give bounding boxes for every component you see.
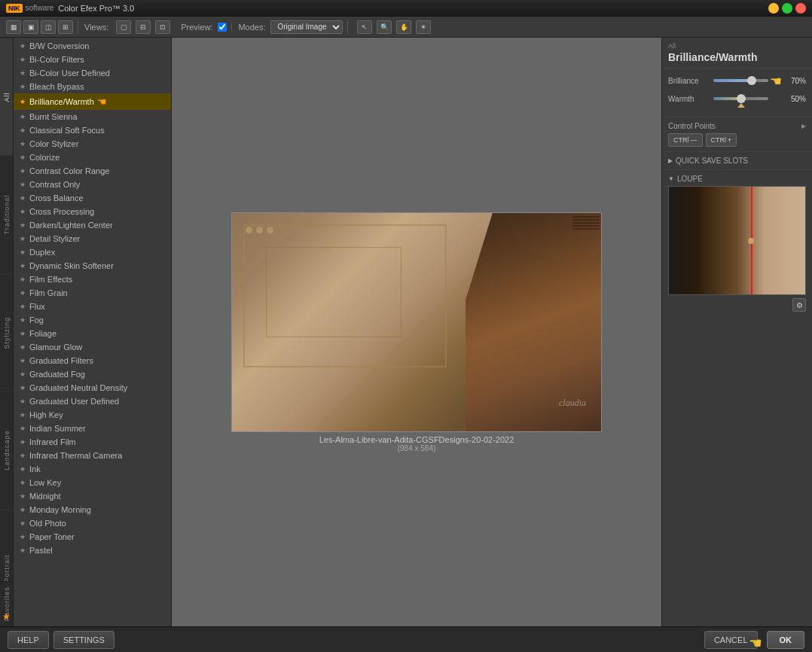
filter-item[interactable]: ★ Pastel: [14, 544, 171, 557]
modes-group: Modes: Original Image: [238, 20, 348, 34]
filter-item[interactable]: ★ Cross Balance: [14, 191, 171, 205]
filter-item[interactable]: ★ Paper Toner: [14, 530, 171, 544]
filter-item[interactable]: ★ Burnt Sienna: [14, 110, 171, 123]
control-points-label: Control Points: [668, 122, 716, 130]
vtab-landscape[interactable]: Landscape: [0, 391, 13, 508]
star-icon: ★: [20, 547, 26, 554]
filter-item[interactable]: ★ Graduated Fog: [14, 367, 171, 381]
all-label: All: [668, 42, 806, 50]
star-icon: ★: [20, 262, 26, 270]
filter-item[interactable]: ★ Graduated Filters: [14, 354, 171, 367]
filter-item[interactable]: ★ Cross Processing: [14, 205, 171, 218]
filter-item[interactable]: ★ Colorize: [14, 151, 171, 164]
warmth-thumb[interactable]: [737, 94, 746, 103]
minimize-button[interactable]: [768, 3, 779, 14]
ok-button[interactable]: OK: [767, 631, 805, 649]
filter-item[interactable]: ★ Monday Morning: [14, 503, 171, 516]
vtab-traditional[interactable]: Traditional: [0, 155, 13, 273]
filter-item[interactable]: ★ Low Key: [14, 476, 171, 489]
maximize-button[interactable]: [782, 3, 792, 14]
star-icon: ★: [20, 343, 26, 351]
loupe-handle[interactable]: [748, 238, 754, 244]
star-icon: ★: [20, 113, 26, 120]
filter-item[interactable]: ★ Film Grain: [14, 286, 171, 300]
filter-item[interactable]: ★ Graduated User Defined: [14, 395, 171, 408]
warmth-slider[interactable]: [713, 93, 768, 105]
view-btn-4[interactable]: ⊞: [58, 20, 73, 34]
cp-remove-button[interactable]: CTRl —: [668, 133, 703, 147]
cp-buttons-group: CTRl — CTRl +: [668, 133, 806, 147]
favorites-tab[interactable]: Favorites ★: [0, 581, 14, 626]
settings-button[interactable]: SETTINGS: [53, 631, 114, 649]
cancel-button[interactable]: CANCEL: [704, 631, 758, 649]
loupe-expand-icon[interactable]: ▼: [668, 175, 674, 182]
modes-select[interactable]: Original Image: [270, 20, 343, 34]
filter-item[interactable]: ★ Fog: [14, 313, 171, 327]
view-type-2[interactable]: ⊟: [136, 20, 151, 34]
filter-item-active[interactable]: ★ Brilliance/Warmth ☚: [14, 93, 171, 110]
filter-item[interactable]: ★ Glamour Glow: [14, 340, 171, 354]
filter-item[interactable]: ★ Foliage: [14, 327, 171, 340]
close-button[interactable]: [795, 3, 806, 14]
hand-pointer-icon: ☚: [770, 73, 782, 90]
brilliance-thumb[interactable]: [747, 76, 756, 85]
star-icon: ★: [20, 303, 26, 310]
pan-tool[interactable]: ✋: [396, 20, 411, 34]
filter-title: Brilliance/Warmth: [668, 51, 806, 63]
star-icon: ★: [20, 492, 26, 500]
loupe-settings-button[interactable]: ⚙: [792, 298, 806, 312]
vtab-all[interactable]: All: [0, 38, 13, 155]
filter-item[interactable]: ★ Contrast Only: [14, 178, 171, 191]
filter-item[interactable]: ★ Bleach Bypass: [14, 80, 171, 93]
star-icon: ★: [20, 370, 26, 378]
view-btn-3[interactable]: ◫: [41, 20, 56, 34]
preview-checkbox[interactable]: [218, 23, 227, 32]
filter-item[interactable]: ★ Ink: [14, 462, 171, 476]
star-icon: ★: [20, 235, 26, 242]
cursor-tool[interactable]: ↖: [357, 20, 372, 34]
quick-save-header[interactable]: ▶ QUICK SAVE SLOTS: [668, 157, 806, 165]
filter-item[interactable]: ★ Infrared Film: [14, 435, 171, 449]
filter-item[interactable]: ★ Dynamic Skin Softener: [14, 259, 171, 273]
filter-item[interactable]: ★ Graduated Neutral Density: [14, 381, 171, 395]
filter-item[interactable]: ★ B/W Conversion: [14, 39, 171, 53]
vtab-stylizing[interactable]: Stylizing: [0, 273, 13, 391]
star-icon: ★: [20, 533, 26, 541]
filter-item[interactable]: ★ Indian Summer: [14, 422, 171, 435]
filter-item[interactable]: ★ Contrast Color Range: [14, 164, 171, 178]
help-button[interactable]: HELP: [8, 631, 49, 649]
star-icon: ★: [20, 208, 26, 215]
star-icon: ★: [20, 69, 26, 77]
filter-item[interactable]: ★ Bi-Color User Defined: [14, 66, 171, 80]
loupe-controls: ⚙: [668, 298, 806, 312]
filter-item[interactable]: ★ Classical Soft Focus: [14, 123, 171, 137]
section-expand-icon[interactable]: ▶: [801, 123, 806, 129]
zoom-tool[interactable]: 🔍: [377, 20, 392, 34]
filter-item[interactable]: ★ Old Photo: [14, 516, 171, 530]
filter-item[interactable]: ★ Film Effects: [14, 273, 171, 286]
star-icon: ★: [20, 289, 26, 297]
brilliance-slider[interactable]: [713, 75, 768, 87]
filter-item[interactable]: ★ High Key: [14, 408, 171, 422]
view-btn-1[interactable]: ▦: [6, 20, 21, 34]
warmth-label: Warmth: [668, 95, 713, 103]
view-type-3[interactable]: ⊡: [155, 20, 170, 34]
brilliance-fill: [713, 79, 752, 82]
filter-item[interactable]: ★ Duplex: [14, 245, 171, 259]
filter-item[interactable]: ★ Bi-Color Filters: [14, 53, 171, 66]
cp-add-button[interactable]: CTRl +: [706, 133, 737, 147]
star-icon: ★: [20, 479, 26, 486]
warmth-slider-row: Warmth 50%: [668, 93, 806, 105]
filter-item[interactable]: ★ Infrared Thermal Camera: [14, 449, 171, 462]
info-tool[interactable]: ☀: [416, 20, 431, 34]
view-btn-2[interactable]: ▣: [23, 20, 38, 34]
view-type-1[interactable]: ▢: [116, 20, 131, 34]
filter-item[interactable]: ★ Detail Stylizer: [14, 232, 171, 245]
control-points-section: Control Points ▶ CTRl — CTRl +: [662, 117, 812, 152]
filter-item[interactable]: ★ Darken/Lighten Center: [14, 218, 171, 232]
filter-item[interactable]: ★ Midnight: [14, 489, 171, 503]
filter-item[interactable]: ★ Flux: [14, 300, 171, 313]
filter-item[interactable]: ★ Color Stylizer: [14, 137, 171, 151]
warmth-indicator: [737, 103, 745, 108]
loupe-image: [668, 186, 806, 295]
